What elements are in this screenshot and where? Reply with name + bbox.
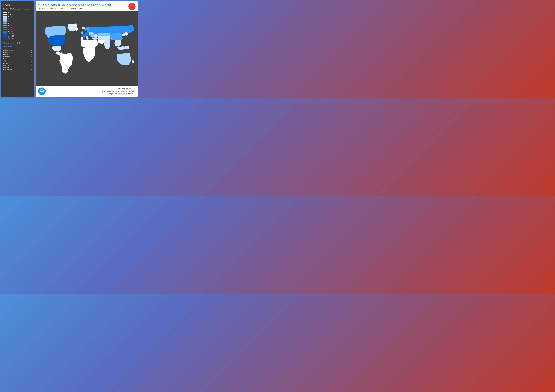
dist-country: China <box>3 60 28 62</box>
bus-icon <box>39 89 44 94</box>
dist-count: 124 <box>28 50 32 51</box>
svg-point-7 <box>43 92 43 93</box>
legend-item: 20 - 30 <box>3 16 32 18</box>
svg-point-0 <box>131 7 132 7</box>
dist-count: 26 <box>28 69 32 71</box>
legend-swatch <box>3 18 7 20</box>
dist-row: Netherlands86 <box>3 51 32 53</box>
legend-item: 1 - 20 <box>3 14 32 15</box>
legend-swatch <box>3 37 7 39</box>
legend-item: 80 - 90 <box>3 29 32 30</box>
dist-row: Russia74 <box>3 58 32 60</box>
dist-country: United Kingdom <box>3 69 28 71</box>
dist-country: Canada <box>3 64 28 66</box>
legend-label: 30 - 40 <box>8 18 12 20</box>
dist-row: China41 <box>3 60 32 62</box>
dist-count: 74 <box>28 58 32 60</box>
legend-swatch <box>3 35 7 37</box>
svg-rect-3 <box>40 90 42 91</box>
legend-item: 30 - 40 <box>3 18 32 20</box>
wifi-icon <box>130 4 134 9</box>
legend-label: 50 - 60 <box>8 22 12 24</box>
legend-label: 90 - 100 <box>8 31 13 33</box>
legend-swatch <box>3 22 7 24</box>
legend-item: 0 <box>3 12 32 13</box>
legend-title: Legend <box>3 4 32 7</box>
bus-icon-container <box>38 87 46 95</box>
legend-label: 0 <box>8 12 9 13</box>
legend-label: 80 - 90 <box>8 29 12 30</box>
legend-item: 70 - 80 <box>3 27 32 28</box>
dist-count: 86 <box>28 51 32 53</box>
wifi-icon-container <box>128 3 136 10</box>
dist-count: 76 <box>28 56 32 58</box>
footer-source: Source: Department of Homeland Security … <box>102 90 135 95</box>
dist-row: Romania35 <box>3 66 32 68</box>
legend-label: 120 - 124 <box>8 37 14 39</box>
world-map <box>36 11 138 86</box>
svg-point-6 <box>41 92 41 93</box>
footer-source-line2: Designed by Erik Jensen | justjensen.co <box>108 93 135 95</box>
dist-row: France77 <box>3 54 32 56</box>
legend-swatch <box>3 20 7 22</box>
legend-subtitle: Number of IP addresses in a given countr… <box>3 8 32 10</box>
header: Suspicious IP addresses accross the worl… <box>36 1 138 11</box>
dist-country: Russia <box>3 58 28 60</box>
page-subtitle: Geolocated IP addresses from the GRIZZLY… <box>38 7 135 9</box>
footer-source-line1: Source: Department of Homeland Security … <box>102 90 135 92</box>
legend-swatch <box>3 12 7 13</box>
legend-swatch <box>3 31 7 33</box>
sidebar: Legend Number of IP addresses in a given… <box>1 1 34 97</box>
legend-swatch <box>3 25 7 26</box>
svg-rect-8 <box>42 91 42 92</box>
footer-text: Created on : Jan. 07, 2017 Source: Depar… <box>102 88 135 95</box>
legend-label: 1 - 20 <box>8 14 12 15</box>
legend-item: 50 - 60 <box>3 22 32 24</box>
legend-item: 40 - 50 <box>3 20 32 22</box>
dist-row: Germany76 <box>3 56 32 58</box>
dist-count: 41 <box>28 62 32 64</box>
page-title: Suspicious IP addresses accross the worl… <box>38 3 135 7</box>
dist-country: Romania <box>3 66 28 68</box>
legend-label: 110 - 120 <box>8 35 14 37</box>
svg-rect-4 <box>42 90 43 91</box>
dist-count: 41 <box>28 60 32 62</box>
dist-country: United States <box>3 50 28 51</box>
dist-row: Sweden41 <box>3 62 32 64</box>
legend-label: 40 - 50 <box>8 20 12 22</box>
legend-label: 100 - 110 <box>8 33 14 35</box>
dist-count: 35 <box>28 66 32 68</box>
main-panel: Suspicious IP addresses accross the worl… <box>36 1 138 97</box>
legend-swatch <box>3 14 7 15</box>
dist-count: 77 <box>28 54 32 56</box>
dist-country: Sweden <box>3 62 28 64</box>
legend-item: 100 - 110 <box>3 33 32 35</box>
legend-swatch <box>3 27 7 28</box>
dist-country: Netherlands <box>3 51 28 53</box>
dist-count: 35 <box>28 64 32 66</box>
map-area <box>36 11 138 86</box>
dist-row: United States124 <box>3 50 32 51</box>
legend-swatch <box>3 16 7 18</box>
legend-item: 120 - 124 <box>3 37 32 39</box>
dist-country: Germany <box>3 56 28 58</box>
legend-item: 60 - 70 <box>3 25 32 26</box>
legend-label: 70 - 80 <box>8 27 12 28</box>
legend-label: 20 - 30 <box>8 16 12 18</box>
legend-items: 01 - 2020 - 3030 - 4040 - 5050 - 6060 - … <box>3 12 32 39</box>
legend-item: 110 - 120 <box>3 35 32 37</box>
legend-item: 90 - 100 <box>3 31 32 33</box>
legend-swatch <box>3 29 7 30</box>
distribution-title: Distribution of IP Addresses <box>3 42 32 48</box>
dist-country: France <box>3 54 28 56</box>
distribution-table: United States124Netherlands86France77Ger… <box>3 50 32 71</box>
dist-row: Canada35 <box>3 64 32 66</box>
footer-date: Created on : Jan. 07, 2017 <box>102 88 135 90</box>
legend-swatch <box>3 33 7 35</box>
footer: Created on : Jan. 07, 2017 Source: Depar… <box>36 86 138 97</box>
dist-row: United Kingdom26 <box>3 69 32 71</box>
legend-label: 60 - 70 <box>8 25 12 26</box>
